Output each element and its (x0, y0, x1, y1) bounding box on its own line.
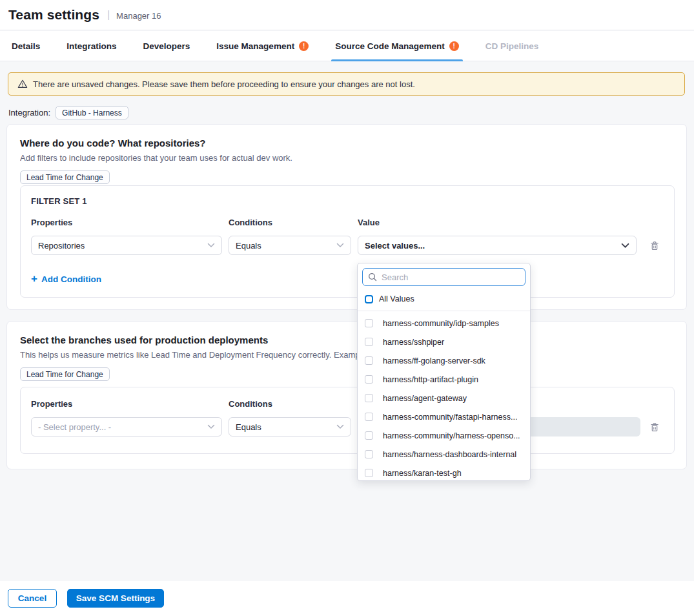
chevron-down-icon (621, 243, 629, 249)
add-condition-button[interactable]: + Add Condition (31, 273, 101, 285)
checkbox[interactable] (365, 394, 373, 402)
cancel-button[interactable]: Cancel (8, 589, 57, 608)
repositories-section-card: Where do you code? What repositories? Ad… (6, 124, 687, 310)
footer-bar: Cancel Save SCM Settings (0, 581, 694, 616)
tab-label: CD Pipelines (485, 41, 539, 51)
chevron-down-icon (207, 424, 215, 429)
value-select-placeholder: Select values... (365, 241, 425, 251)
option-row[interactable]: harness/harness-dashboards-internal (358, 445, 530, 464)
tab-label: Integrations (66, 41, 116, 51)
option-label: harness/harness-dashboards-internal (383, 450, 516, 459)
option-label: All Values (379, 294, 414, 303)
property-select-placeholder: - Select property... - (38, 422, 111, 432)
search-input[interactable] (382, 272, 520, 282)
branches-section-card: Select the branches used for production … (6, 321, 687, 469)
title-separator: | (107, 9, 110, 21)
add-condition-label: Add Condition (41, 274, 101, 284)
option-label: harness/sshpiper (383, 338, 444, 347)
dropdown-divider (358, 311, 530, 311)
properties-column-label: Properties (31, 399, 229, 409)
checkbox[interactable] (365, 338, 373, 346)
search-icon (368, 272, 377, 282)
value-multiselect[interactable]: Select values... (358, 236, 637, 255)
integration-label: Integration: (8, 108, 50, 118)
page-title: Team settings (8, 7, 99, 23)
tab-issue-management[interactable]: Issue Management ! (216, 31, 309, 61)
tab-source-code-management[interactable]: Source Code Management ! (335, 31, 459, 61)
option-row[interactable]: harness-community/harness-openso... (358, 426, 530, 445)
integration-chip: GitHub - Harness (56, 106, 128, 119)
tab-developers[interactable]: Developers (143, 31, 190, 61)
tab-label: Details (12, 41, 40, 51)
filter-column-headers: Properties Conditions (31, 399, 664, 409)
tab-label: Source Code Management (335, 41, 445, 51)
warning-badge-icon: ! (449, 41, 459, 51)
filter-set-panel: FILTER SET 1 Properties Conditions Value… (20, 185, 675, 298)
metric-chip-lead-time: Lead Time for Change (20, 367, 110, 381)
filter-set-title: FILTER SET 1 (31, 196, 664, 206)
condition-select[interactable]: Equals (229, 236, 351, 255)
unsaved-changes-banner: There are unsaved changes. Please save t… (8, 72, 685, 96)
condition-select-value: Equals (236, 422, 261, 432)
branch-filter-panel: Properties Conditions - Select property.… (20, 387, 675, 454)
save-scm-settings-button[interactable]: Save SCM Settings (67, 589, 164, 608)
option-label: harness/agent-gateway (383, 394, 467, 403)
trash-icon (649, 422, 660, 433)
tab-label: Developers (143, 41, 190, 51)
value-column-label: Value (358, 218, 637, 227)
option-all-values[interactable]: All Values (358, 290, 530, 308)
checkbox[interactable] (365, 431, 373, 440)
team-name: Manager 16 (116, 9, 161, 21)
section-subtitle: This helps us measure metrics like Lead … (20, 350, 673, 360)
team-settings-page: Team settings | Manager 16 Details Integ… (0, 0, 694, 616)
checkbox[interactable] (365, 375, 373, 384)
option-row[interactable]: harness/karan-test-gh (358, 464, 530, 481)
tab-details[interactable]: Details (12, 31, 40, 61)
option-label: harness-community/fastapi-harness... (383, 413, 517, 422)
option-row[interactable]: harness-community/idp-samples (358, 314, 530, 333)
checkbox[interactable] (365, 356, 373, 365)
option-row[interactable]: harness/sshpiper (358, 333, 530, 351)
value-dropdown-popover: All Values harness-community/idp-samples… (357, 263, 531, 481)
option-row[interactable]: harness/ff-golang-server-sdk (358, 351, 530, 370)
warning-triangle-icon (17, 79, 28, 89)
integration-row: Integration: GitHub - Harness (8, 106, 128, 119)
option-label: harness/http-artifact-plugin (383, 375, 478, 384)
checkbox[interactable] (365, 450, 373, 458)
plus-icon: + (31, 273, 37, 285)
chevron-down-icon (336, 424, 344, 429)
filter-column-headers: Properties Conditions Value (31, 218, 664, 227)
option-label: harness/ff-golang-server-sdk (383, 356, 485, 365)
checkbox[interactable] (365, 319, 373, 327)
option-row[interactable]: harness/agent-gateway (358, 389, 530, 407)
delete-filter-button[interactable] (648, 420, 661, 434)
checkbox-all-values[interactable] (365, 295, 373, 303)
tab-bar: Details Integrations Developers Issue Ma… (0, 31, 694, 61)
checkbox[interactable] (365, 469, 373, 477)
tab-integrations[interactable]: Integrations (66, 31, 116, 61)
filter-row: - Select property... - Equals (31, 417, 664, 436)
page-header: Team settings | Manager 16 (0, 0, 694, 30)
properties-column-label: Properties (31, 218, 229, 227)
branch-property-select[interactable]: - Select property... - (31, 417, 222, 436)
section-subtitle: Add filters to include repositories that… (20, 153, 673, 163)
branch-condition-select[interactable]: Equals (229, 417, 351, 436)
warning-badge-icon: ! (299, 41, 309, 51)
checkbox[interactable] (365, 413, 373, 421)
section-title: Where do you code? What repositories? (20, 138, 673, 149)
tab-cd-pipelines[interactable]: CD Pipelines (485, 31, 539, 61)
conditions-column-label: Conditions (229, 399, 358, 409)
conditions-column-label: Conditions (229, 218, 358, 227)
filter-row: Repositories Equals Select values... (31, 236, 664, 255)
chevron-down-icon (336, 243, 344, 248)
option-row[interactable]: harness-community/fastapi-harness... (358, 407, 530, 426)
trash-icon (649, 240, 660, 251)
tab-label: Issue Management (216, 41, 294, 51)
property-select[interactable]: Repositories (31, 236, 222, 255)
condition-select-value: Equals (236, 241, 261, 251)
delete-filter-button[interactable] (648, 239, 661, 252)
option-row[interactable]: harness/http-artifact-plugin (358, 370, 530, 389)
property-select-value: Repositories (38, 241, 85, 251)
chevron-down-icon (207, 243, 215, 248)
metric-chip-lead-time: Lead Time for Change (20, 170, 110, 184)
